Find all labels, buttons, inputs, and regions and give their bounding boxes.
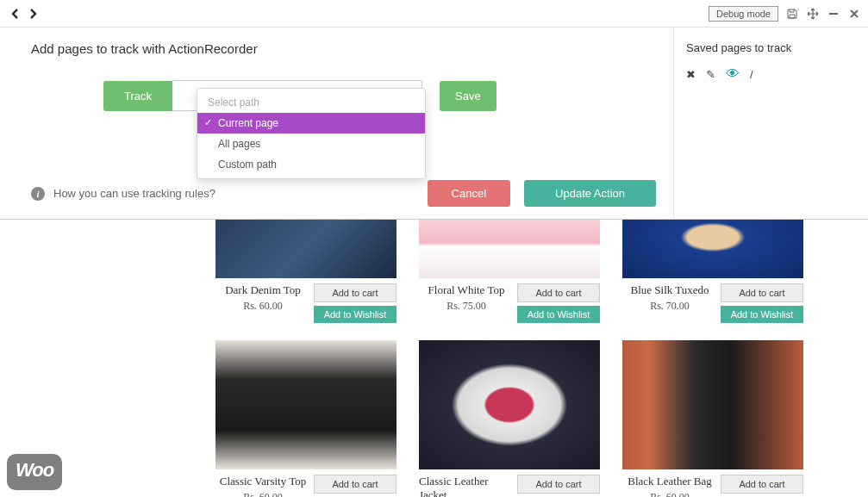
product-name[interactable]: Classic Varsity Top <box>220 475 306 488</box>
config-title: Add pages to track with ActionRecorder <box>31 41 656 56</box>
delete-icon[interactable]: ✖ <box>686 68 696 81</box>
product-price: Rs. 75.00 <box>446 300 486 313</box>
close-icon[interactable] <box>847 7 861 21</box>
save-disk-icon[interactable] <box>785 7 799 21</box>
saved-page-row: ✖ ✎ 👁 / <box>686 66 856 82</box>
main-config-area: Add pages to track with ActionRecorder T… <box>0 28 868 219</box>
help-text: i How you can use tracking rules? <box>31 187 215 201</box>
product-buttons: Add to cart Add to Wishlist <box>721 283 803 323</box>
product-info: Dark Denim Top Rs. 60.00 Add to cart Add… <box>215 283 397 323</box>
add-to-cart-button[interactable]: Add to cart <box>721 475 803 494</box>
product-image[interactable] <box>215 340 397 469</box>
product-buttons: Add to cart Add to Wishlist <box>517 283 600 323</box>
path-dropdown: Select path Current page All pages Custo… <box>197 88 426 179</box>
product-card: Classic Varsity Top Rs. 60.00 Add to car… <box>215 340 397 497</box>
product-image[interactable] <box>215 220 397 278</box>
track-button[interactable]: Track <box>103 81 172 111</box>
product-card: Black Leather Bag Rs. 60.00 Add to cart … <box>622 340 803 497</box>
product-buttons: Add to cart Add to Wishlist <box>314 283 397 323</box>
product-text: Dark Denim Top Rs. 60.00 <box>215 283 310 323</box>
product-price: Rs. 60.00 <box>243 491 283 497</box>
product-name[interactable]: Floral White Top <box>428 283 505 297</box>
product-image[interactable] <box>419 220 600 278</box>
debug-mode-button[interactable]: Debug mode <box>709 6 778 22</box>
product-price: Rs. 70.00 <box>650 300 690 313</box>
product-text: Black Leather Bag Rs. 60.00 <box>622 475 717 497</box>
product-text: Floral White Top Rs. 75.00 <box>419 283 514 323</box>
minimize-icon[interactable] <box>827 7 840 21</box>
product-image[interactable] <box>419 340 600 469</box>
svg-rect-0 <box>829 13 838 15</box>
products-area: Dark Denim Top Rs. 60.00 Add to cart Add… <box>0 219 868 497</box>
nav-forward-button[interactable] <box>26 6 41 22</box>
product-name[interactable]: Classic Leather Jacket <box>419 475 514 497</box>
product-card: Classic Leather Jacket Rs. 80.00 Add to … <box>419 340 600 497</box>
update-action-button[interactable]: Update Action <box>524 180 656 207</box>
product-card: Dark Denim Top Rs. 60.00 Add to cart Add… <box>215 220 397 323</box>
toolbar-actions: Debug mode <box>709 6 861 22</box>
product-info: Classic Varsity Top Rs. 60.00 Add to car… <box>215 475 397 497</box>
product-price: Rs. 60.00 <box>650 491 690 497</box>
action-buttons: Cancel Update Action <box>428 180 656 207</box>
product-text: Classic Varsity Top Rs. 60.00 <box>215 475 310 497</box>
product-text: Classic Leather Jacket Rs. 80.00 <box>419 475 514 497</box>
product-info: Classic Leather Jacket Rs. 80.00 Add to … <box>419 475 600 497</box>
product-image[interactable] <box>622 220 803 278</box>
product-name[interactable]: Black Leather Bag <box>628 475 711 488</box>
saved-title: Saved pages to track <box>686 41 856 54</box>
move-icon[interactable] <box>806 7 820 21</box>
product-buttons: Add to cart Add to Wishlist <box>517 475 600 497</box>
edit-icon[interactable]: ✎ <box>706 68 715 81</box>
product-card: Blue Silk Tuxedo Rs. 70.00 Add to cart A… <box>622 220 803 323</box>
product-buttons: Add to cart Add to Wishlist <box>721 475 803 497</box>
products-grid: Dark Denim Top Rs. 60.00 Add to cart Add… <box>215 220 868 497</box>
toolbar-nav <box>7 6 41 22</box>
product-info: Floral White Top Rs. 75.00 Add to cart A… <box>419 283 600 323</box>
dropdown-option-current[interactable]: Current page <box>197 113 425 134</box>
product-buttons: Add to cart Add to Wishlist <box>314 475 397 497</box>
product-name[interactable]: Dark Denim Top <box>225 283 301 297</box>
cancel-button[interactable]: Cancel <box>428 180 510 207</box>
product-price: Rs. 60.00 <box>243 300 283 313</box>
product-image[interactable] <box>622 340 803 469</box>
dropdown-option-custom[interactable]: Custom path <box>197 154 425 175</box>
add-to-cart-button[interactable]: Add to cart <box>517 283 600 302</box>
add-to-cart-button[interactable]: Add to cart <box>517 475 600 494</box>
product-name[interactable]: Blue Silk Tuxedo <box>630 283 709 297</box>
product-text: Blue Silk Tuxedo Rs. 70.00 <box>622 283 717 323</box>
add-to-cart-button[interactable]: Add to cart <box>314 283 397 302</box>
add-to-cart-button[interactable]: Add to cart <box>721 283 803 302</box>
help-row: i How you can use tracking rules? Cancel… <box>31 180 656 207</box>
dropdown-option-all[interactable]: All pages <box>197 134 425 154</box>
add-to-wishlist-button[interactable]: Add to Wishlist <box>517 306 600 323</box>
nav-back-button[interactable] <box>7 6 22 22</box>
add-to-wishlist-button[interactable]: Add to Wishlist <box>721 306 803 323</box>
help-label[interactable]: How you can use tracking rules? <box>53 187 215 200</box>
add-to-wishlist-button[interactable]: Add to Wishlist <box>314 306 397 323</box>
info-icon: i <box>31 187 45 201</box>
top-toolbar: Debug mode <box>0 0 868 28</box>
saved-path: / <box>750 68 753 81</box>
product-info: Black Leather Bag Rs. 60.00 Add to cart … <box>622 475 803 497</box>
add-to-cart-button[interactable]: Add to cart <box>314 475 397 494</box>
woo-logo: Woo <box>7 454 62 490</box>
product-info: Blue Silk Tuxedo Rs. 70.00 Add to cart A… <box>622 283 803 323</box>
save-button[interactable]: Save <box>440 81 496 111</box>
dropdown-placeholder: Select path <box>197 92 425 113</box>
visibility-icon[interactable]: 👁 <box>726 66 740 82</box>
saved-panel: Saved pages to track ✖ ✎ 👁 / <box>674 28 868 219</box>
product-card: Floral White Top Rs. 75.00 Add to cart A… <box>419 220 600 323</box>
